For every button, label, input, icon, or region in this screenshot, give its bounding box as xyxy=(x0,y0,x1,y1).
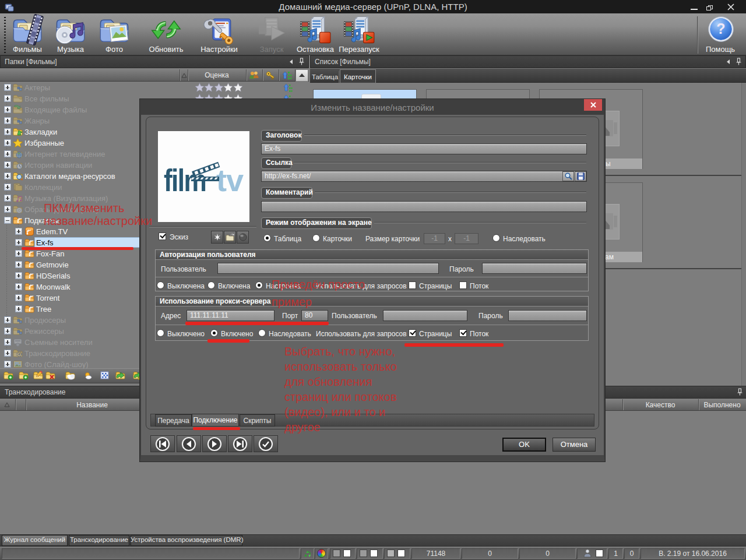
svg-text:?: ? xyxy=(716,20,725,37)
svg-text:tv: tv xyxy=(216,163,244,198)
